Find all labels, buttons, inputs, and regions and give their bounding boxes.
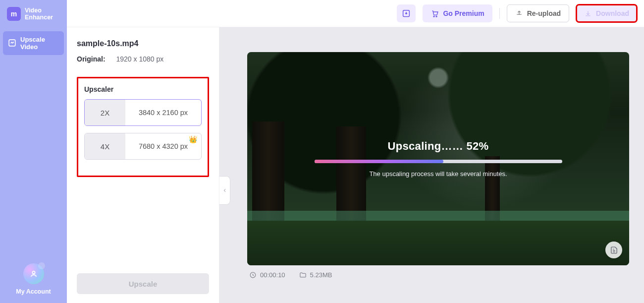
app-name-line2: Enhancer (25, 14, 53, 21)
video-preview: Upscaling…… 52% The upscaling process wi… (247, 52, 629, 265)
progress-fill (315, 160, 443, 163)
upscaler-option-mult: 4X (85, 133, 125, 159)
import-button[interactable] (397, 4, 416, 22)
upscaler-option-4x[interactable]: 4X 7680 x 4320 px 👑 (84, 133, 202, 160)
panel-collapse-handle[interactable] (219, 176, 230, 205)
progress-title: Upscaling…… 52% (388, 140, 489, 153)
folder-icon (299, 271, 307, 279)
video-filesize: 5.23MB (299, 271, 332, 279)
upscaler-option-dim: 3840 x 2160 px (125, 100, 201, 125)
preview-area: Upscaling…… 52% The upscaling process wi… (219, 27, 644, 303)
go-premium-label: Go Premium (443, 9, 484, 17)
logo-icon: m (7, 7, 21, 21)
video-duration-value: 00:00:10 (260, 271, 285, 279)
upscaler-box: Upscaler 2X 3840 x 2160 px 4X 7680 x 432… (77, 77, 209, 177)
settings-panel: sample-10s.mp4 Original: 1920 x 1080 px … (67, 27, 219, 303)
progress-overlay: Upscaling…… 52% The upscaling process wi… (247, 52, 629, 265)
topbar: Go Premium Re-upload Download (67, 0, 644, 27)
avatar (23, 263, 44, 284)
user-icon (29, 269, 39, 279)
feedback-button[interactable] (605, 242, 622, 258)
progress-bar (315, 160, 562, 163)
app-name: Video Enhancer (25, 7, 53, 21)
reupload-label: Re-upload (527, 9, 561, 17)
app-root: m Video Enhancer Upscale Video My Accoun… (0, 0, 644, 303)
clock-icon (249, 271, 257, 279)
download-icon (584, 9, 592, 17)
svg-point-1 (32, 271, 35, 274)
sidebar-nav: Upscale Video (0, 31, 67, 55)
sidebar-item-label: Upscale Video (20, 36, 59, 51)
video-duration: 00:00:10 (249, 271, 285, 279)
progress-percent: 52% (466, 140, 488, 152)
topbar-divider (499, 8, 500, 19)
download-button[interactable]: Download (576, 4, 637, 22)
cart-icon (430, 9, 439, 18)
import-icon (402, 9, 411, 18)
main-column: Go Premium Re-upload Download sample-10s… (67, 0, 644, 303)
crown-icon: 👑 (189, 135, 197, 143)
original-value: 1920 x 1080 px (116, 55, 163, 63)
upscaler-option-2x[interactable]: 2X 3840 x 2160 px (84, 99, 202, 126)
panel-spacer (77, 177, 209, 273)
sidebar-account[interactable]: My Account (0, 263, 67, 303)
upscale-icon (8, 39, 16, 47)
account-label: My Account (0, 288, 67, 295)
video-filesize-value: 5.23MB (310, 271, 332, 279)
svg-point-4 (436, 16, 437, 17)
download-label: Download (596, 9, 629, 17)
app-logo: m Video Enhancer (0, 7, 67, 31)
progress-hint: The upscaling process will take several … (369, 170, 507, 178)
app-name-line1: Video (25, 7, 53, 14)
progress-label: Upscaling…… (388, 140, 463, 152)
upscaler-heading: Upscaler (84, 85, 202, 93)
sidebar-spacer (0, 55, 67, 263)
chevron-left-icon (222, 187, 227, 194)
note-icon (610, 246, 618, 254)
original-size-row: Original: 1920 x 1080 px (77, 55, 209, 63)
reupload-button[interactable]: Re-upload (507, 4, 569, 22)
original-label: Original: (77, 55, 106, 63)
sidebar: m Video Enhancer Upscale Video My Accoun… (0, 0, 67, 303)
video-meta: 00:00:10 5.23MB (247, 265, 629, 279)
upscale-button[interactable]: Upscale (77, 273, 209, 294)
upscaler-option-mult: 2X (85, 100, 125, 125)
sidebar-item-upscale-video[interactable]: Upscale Video (3, 31, 64, 55)
body: sample-10s.mp4 Original: 1920 x 1080 px … (67, 27, 644, 303)
file-name: sample-10s.mp4 (77, 39, 209, 48)
go-premium-button[interactable]: Go Premium (423, 4, 492, 22)
upload-icon (515, 9, 523, 17)
svg-point-3 (433, 16, 434, 17)
